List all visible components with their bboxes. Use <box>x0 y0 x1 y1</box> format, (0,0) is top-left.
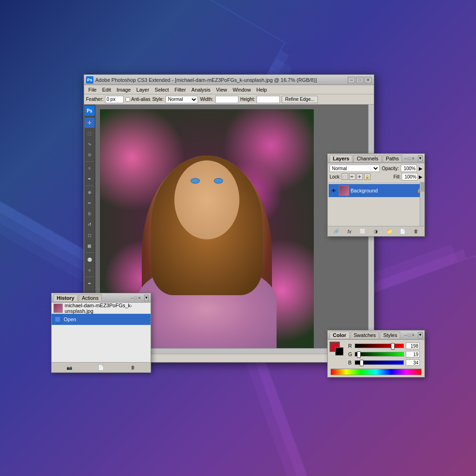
menu-help[interactable]: Help <box>254 86 270 93</box>
new-layer-btn[interactable]: 📄 <box>398 228 407 235</box>
style-select[interactable]: Normal Fixed Ratio Fixed Size <box>165 96 198 103</box>
background-color-btn[interactable] <box>335 347 344 356</box>
tab-color[interactable]: Color <box>330 331 350 338</box>
color-menu-btn[interactable]: ▼ <box>418 332 423 338</box>
fill-arrow-btn[interactable]: ▶ <box>419 174 423 179</box>
b-slider-thumb[interactable] <box>360 360 364 366</box>
width-input[interactable] <box>215 96 238 103</box>
history-snapshot-item[interactable]: michael-dam-mEZ3PoFGs_k-unsplash.jpg <box>52 303 151 314</box>
lock-transparency-btn[interactable]: ⬚ <box>342 173 348 180</box>
menu-edit[interactable]: Edit <box>100 86 113 93</box>
layers-collapse-btn[interactable]: ─ <box>404 156 407 161</box>
tab-history[interactable]: History <box>53 294 78 301</box>
color-expand-btn[interactable]: □ <box>408 333 410 337</box>
create-snapshot-btn[interactable]: 📷 <box>65 364 73 371</box>
color-spectrum[interactable] <box>331 369 422 375</box>
tool-move[interactable]: ✛ <box>85 118 95 128</box>
b-value-input[interactable]: 34 <box>406 359 420 366</box>
tool-spot-heal[interactable]: ⊕ <box>85 187 95 198</box>
tab-styles[interactable]: Styles <box>380 331 400 338</box>
b-slider[interactable] <box>355 360 404 365</box>
tool-gradient[interactable]: ▦ <box>85 241 95 251</box>
title-controls[interactable]: ─ □ ✕ <box>348 77 372 83</box>
fx-btn[interactable]: fx <box>345 228 354 235</box>
g-slider[interactable] <box>355 352 404 357</box>
r-slider[interactable] <box>355 344 404 348</box>
color-collapse-btn[interactable]: ─ <box>404 333 407 337</box>
history-title-bar: History Actions ─ □ ✕ ▼ <box>52 293 151 303</box>
tool-separator-4 <box>86 277 94 277</box>
maximize-button[interactable]: □ <box>356 77 364 83</box>
menu-analysis[interactable]: Analysis <box>189 86 213 93</box>
lock-brush-btn[interactable]: ✏ <box>349 173 356 180</box>
layer-name-text: Background <box>350 188 416 193</box>
delete-layer-btn[interactable]: 🗑 <box>412 228 420 235</box>
face <box>174 160 239 239</box>
tool-quick-select[interactable]: ⊙ <box>85 150 95 160</box>
tool-eraser[interactable]: ◻ <box>85 230 95 240</box>
new-document-from-state-btn[interactable]: 📄 <box>97 364 105 371</box>
lock-all-btn[interactable]: 🔒 <box>364 173 370 180</box>
tool-brush[interactable]: ✏ <box>85 198 95 208</box>
blend-mode-select[interactable]: Normal Multiply Screen <box>330 165 380 172</box>
tab-actions[interactable]: Actions <box>79 294 102 301</box>
refine-edge-button[interactable]: Refine Edge... <box>282 96 317 103</box>
history-expand-btn[interactable]: □ <box>134 296 137 300</box>
layers-close-btn[interactable]: ✕ <box>411 156 415 161</box>
opacity-arrow-btn[interactable]: ▶ <box>419 166 423 171</box>
new-group-btn[interactable]: 📁 <box>385 228 394 235</box>
layers-expand-btn[interactable]: □ <box>408 156 410 161</box>
color-sliders: R 198 G 19 B 34 <box>345 342 423 367</box>
tool-clone[interactable]: ⎘ <box>85 209 95 219</box>
delete-state-btn[interactable]: 🗑 <box>129 364 137 371</box>
tool-dodge[interactable]: ⌾ <box>85 265 95 275</box>
tab-layers[interactable]: Layers <box>330 155 352 162</box>
menu-layer[interactable]: Layer <box>134 86 152 93</box>
tab-swatches[interactable]: Swatches <box>350 331 379 338</box>
tool-crop[interactable]: ⌗ <box>85 163 95 173</box>
history-footer: 📷 📄 🗑 <box>52 362 151 372</box>
menu-select[interactable]: Select <box>152 86 172 93</box>
menu-window[interactable]: Window <box>230 86 253 93</box>
menu-view[interactable]: View <box>214 86 230 93</box>
feather-input[interactable] <box>105 96 124 103</box>
g-slider-thumb[interactable] <box>357 351 361 358</box>
opacity-input[interactable] <box>401 165 417 172</box>
r-value-input[interactable]: 198 <box>406 343 420 349</box>
tool-separator-1 <box>86 161 94 162</box>
menu-image[interactable]: Image <box>114 86 133 93</box>
tool-history-brush[interactable]: ↺ <box>85 219 95 230</box>
lock-move-btn[interactable]: ✛ <box>357 173 363 180</box>
history-collapse-btn[interactable]: ─ <box>130 296 133 300</box>
layer-visibility-icon[interactable]: 👁 <box>330 187 337 194</box>
add-mask-btn[interactable]: ⬜ <box>358 228 367 235</box>
tool-pen[interactable]: ✒ <box>85 278 95 289</box>
layer-background[interactable]: 👁 Background 🔒 <box>329 184 423 197</box>
close-button[interactable]: ✕ <box>364 77 372 83</box>
minimize-button[interactable]: ─ <box>348 77 355 83</box>
tool-eyedropper[interactable]: ✒ <box>85 174 95 184</box>
title-left: Ps Adobe Photoshop CS3 Extended - [micha… <box>86 76 317 84</box>
layers-scrollbar[interactable] <box>420 182 424 226</box>
adjustment-btn[interactable]: ◑ <box>372 228 380 235</box>
tool-lasso[interactable]: ∿ <box>85 139 95 149</box>
tool-blur[interactable]: ⬤ <box>85 254 95 264</box>
anti-alias-checkbox[interactable] <box>126 97 130 102</box>
link-layers-btn[interactable]: 🔗 <box>332 228 340 235</box>
layers-menu-btn[interactable]: ▼ <box>418 155 423 162</box>
history-close-btn[interactable]: ✕ <box>138 296 141 300</box>
menu-file[interactable]: File <box>86 86 99 93</box>
r-slider-thumb[interactable] <box>391 343 395 350</box>
height-input[interactable] <box>257 96 280 103</box>
history-open-item[interactable]: Open <box>52 314 151 325</box>
g-value-input[interactable]: 19 <box>406 351 420 357</box>
menu-filter[interactable]: Filter <box>172 86 188 93</box>
history-menu-btn[interactable]: ▼ <box>144 295 149 301</box>
tool-marquee[interactable]: ⬚ <box>85 128 95 139</box>
tab-paths[interactable]: Paths <box>383 155 402 162</box>
fill-input[interactable] <box>402 173 418 180</box>
layers-scroll-thumb[interactable] <box>421 182 424 192</box>
window-title: Adobe Photoshop CS3 Extended - [michael-… <box>95 77 317 83</box>
color-close-btn[interactable]: ✕ <box>411 333 415 337</box>
tab-channels[interactable]: Channels <box>353 155 381 162</box>
